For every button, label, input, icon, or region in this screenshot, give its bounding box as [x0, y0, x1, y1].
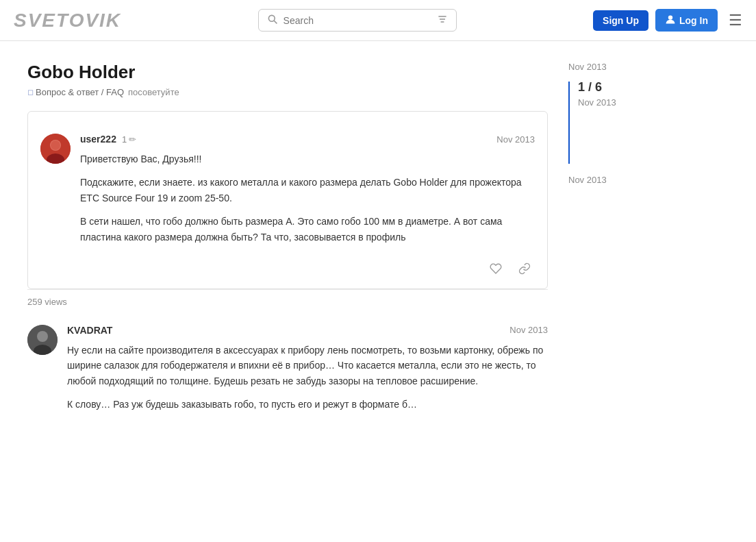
svg-point-9 — [51, 140, 60, 150]
post-1: user222 1 ✏ Nov 2013 Приветствую Вас, Др… — [27, 111, 548, 289]
post-1-meta: user222 1 ✏ Nov 2013 — [80, 134, 535, 145]
svg-point-0 — [268, 15, 275, 21]
filter-icon[interactable] — [437, 14, 448, 27]
hamburger-icon[interactable]: ☰ — [729, 12, 742, 29]
sidebar-date-end: Nov 2013 — [568, 175, 692, 185]
pencil-icon: ✏ — [129, 134, 136, 145]
post-1-body: Приветствую Вас, Друзья!!! Подскажите, е… — [80, 151, 535, 245]
post-2-header-area: KVADRAT Nov 2013 Ну если на сайте произв… — [27, 314, 548, 417]
post-1-actions — [80, 254, 535, 276]
sidebar-progress-sub: Nov 2013 — [578, 97, 616, 108]
sidebar-date-start: Nov 2013 — [568, 62, 692, 72]
post-2-username: KVADRAT — [67, 325, 112, 336]
content-area: Gobo Holder Вопрос & ответ / FAQ посовет… — [27, 62, 548, 417]
page-title: Gobo Holder — [27, 62, 548, 83]
main-container: Gobo Holder Вопрос & ответ / FAQ посовет… — [0, 41, 756, 417]
post-1-edit-badge: 1 ✏ — [122, 134, 136, 145]
svg-point-11 — [37, 331, 48, 342]
post-1-content: user222 1 ✏ Nov 2013 Приветствую Вас, Др… — [80, 134, 535, 276]
header: SVETOVIK Sign Up Lo — [0, 0, 756, 41]
breadcrumb-tag: посоветуйте — [128, 87, 179, 97]
post-2: KVADRAT Nov 2013 Ну если на сайте произв… — [27, 314, 548, 417]
post-1-username: user222 — [80, 134, 116, 145]
search-bar[interactable] — [258, 9, 457, 32]
breadcrumb: Вопрос & ответ / FAQ посоветуйте — [27, 87, 548, 97]
post-2-date: Nov 2013 — [509, 325, 548, 335]
progress-line — [568, 82, 570, 164]
login-button[interactable]: Log In — [655, 9, 718, 32]
sidebar-info: 1 / 6 Nov 2013 — [578, 77, 616, 108]
breadcrumb-category-link[interactable]: Вопрос & ответ / FAQ — [27, 87, 124, 97]
avatar-user222 — [40, 134, 71, 164]
post-1-date: Nov 2013 — [496, 134, 535, 145]
post-2-body: Ну если на сайте производителя в аксессу… — [67, 343, 548, 412]
post-1-header-area: user222 1 ✏ Nov 2013 Приветствую Вас, Др… — [40, 123, 535, 280]
post-2-meta: KVADRAT Nov 2013 — [67, 325, 548, 336]
like-button[interactable] — [486, 261, 506, 276]
views-row: 259 views — [27, 289, 548, 314]
signup-button[interactable]: Sign Up — [593, 10, 648, 31]
svg-line-1 — [274, 21, 277, 23]
person-icon — [665, 14, 676, 27]
views-count: 259 — [27, 297, 42, 307]
svg-point-5 — [668, 15, 672, 19]
share-button[interactable] — [514, 261, 535, 276]
logo: SVETOVIK — [14, 10, 121, 32]
progress-label: 1 / 6 — [578, 80, 616, 95]
sidebar: Nov 2013 1 / 6 Nov 2013 Nov 2013 — [568, 62, 692, 417]
search-icon — [267, 14, 278, 27]
search-input[interactable] — [284, 15, 431, 26]
avatar-kvadrat — [27, 325, 58, 355]
views-label: views — [45, 297, 67, 307]
header-right: Sign Up Log In ☰ — [593, 9, 742, 32]
post-2-content: KVADRAT Nov 2013 Ну если на сайте произв… — [67, 325, 548, 412]
